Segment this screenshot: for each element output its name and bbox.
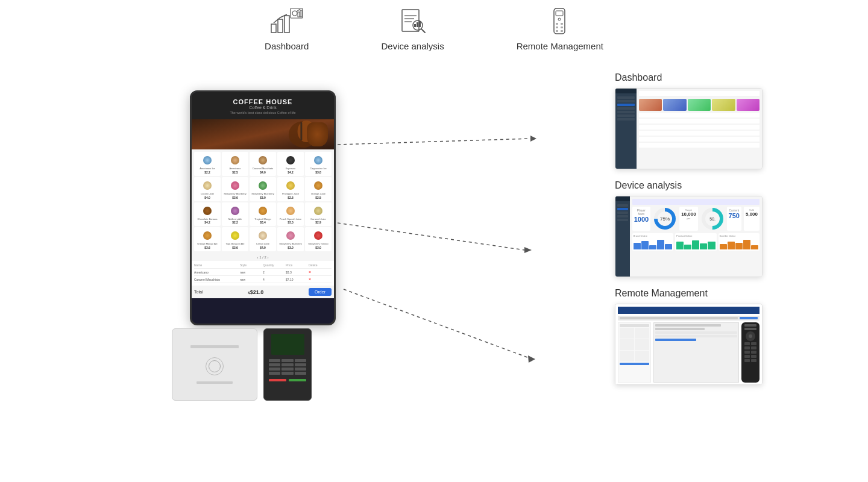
svg-rect-22 bbox=[556, 27, 558, 28]
remote-management-panel-title: Remote Management bbox=[615, 288, 772, 299]
menu-item[interactable]: Peach Squash Juice $3.5 bbox=[277, 202, 304, 227]
svg-rect-7 bbox=[300, 10, 302, 17]
order-table-header: NameStyleQuantityPriceDelete bbox=[194, 263, 332, 269]
nav-item-dashboard[interactable]: Dashboard bbox=[265, 6, 309, 51]
svg-line-34 bbox=[344, 289, 530, 358]
svg-rect-2 bbox=[285, 16, 289, 33]
svg-rect-1 bbox=[278, 19, 283, 33]
svg-line-5 bbox=[297, 9, 300, 11]
menu-item[interactable]: Caramel Juice $2.9 bbox=[305, 202, 332, 227]
menu-item[interactable]: Strawberry Tomato $3.0 bbox=[305, 227, 332, 251]
svg-text:75%: 75% bbox=[660, 216, 670, 222]
svg-point-28 bbox=[298, 120, 315, 142]
svg-rect-16 bbox=[419, 21, 421, 27]
svg-rect-18 bbox=[556, 11, 563, 16]
remote-management-screenshot bbox=[615, 304, 763, 385]
svg-line-13 bbox=[421, 29, 425, 33]
kiosk-device: COFFEE HOUSE Coffee & Drink The world's … bbox=[172, 90, 353, 325]
menu-item[interactable]: Orange Juice $2.5 bbox=[305, 177, 332, 201]
svg-rect-14 bbox=[414, 24, 416, 27]
svg-rect-24 bbox=[556, 30, 558, 32]
svg-rect-29 bbox=[300, 122, 302, 140]
menu-item[interactable]: Orange Mango Ale $3.6 bbox=[194, 227, 221, 251]
order-table: NameStyleQuantityPriceDelete Americanone… bbox=[192, 261, 334, 286]
svg-rect-21 bbox=[561, 23, 563, 25]
main-content: COFFEE HOUSE Coffee & Drink The world's … bbox=[0, 72, 868, 482]
svg-rect-20 bbox=[556, 23, 558, 25]
top-navigation: Dashboard Device analysis bbox=[0, 0, 868, 51]
total-label: Total bbox=[194, 290, 203, 294]
order-row[interactable]: Americanonew2$3.3 × bbox=[194, 269, 332, 276]
svg-line-32 bbox=[338, 223, 524, 250]
svg-point-4 bbox=[292, 11, 297, 16]
menu-item[interactable]: Americano $2.5 bbox=[222, 152, 248, 176]
menu-item[interactable]: Pineapple Juice $2.5 bbox=[277, 177, 304, 201]
svg-rect-0 bbox=[271, 24, 276, 33]
dashboard-panel: Dashboard bbox=[615, 72, 772, 169]
svg-marker-35 bbox=[528, 355, 535, 363]
dash-sidebar bbox=[615, 89, 637, 169]
menu-item[interactable]: Americano Ice $2.2 bbox=[194, 152, 221, 176]
order-footer: Total $$21.0 Order bbox=[192, 286, 334, 298]
menu-item[interactable]: Cappuccino Ice $3.8 bbox=[305, 152, 332, 176]
total-amount: $$21.0 bbox=[248, 289, 264, 295]
svg-marker-31 bbox=[530, 136, 536, 142]
svg-rect-6 bbox=[298, 12, 300, 17]
svg-rect-26 bbox=[192, 119, 334, 149]
dashboard-screenshot bbox=[615, 88, 763, 169]
svg-text:50.: 50. bbox=[709, 217, 715, 221]
order-button[interactable]: Order bbox=[309, 288, 332, 296]
menu-item[interactable]: Strawberry Blueberry $3.0 bbox=[277, 227, 304, 251]
svg-point-19 bbox=[558, 18, 561, 20]
menu-item[interactable]: Caramel Macchiato $4.0 bbox=[250, 152, 276, 176]
menu-item[interactable]: Strawberry Blueberry $3.6 bbox=[222, 177, 248, 201]
menu-item[interactable]: Yuja Blossom Ale $3.6 bbox=[222, 227, 248, 251]
device-analysis-icon bbox=[395, 6, 431, 36]
order-row[interactable]: Caramel Macchiatonew4$7.10 × bbox=[194, 276, 332, 283]
menu-grid: Americano Ice $2.2 Americano $2.5 Carame… bbox=[192, 149, 334, 254]
menu-item[interactable]: Chocolate Banana $4.2 bbox=[194, 202, 221, 227]
menu-item[interactable]: Tropical Mango $3.4 bbox=[250, 202, 276, 227]
nav-label-device-analysis: Device analysis bbox=[381, 41, 444, 51]
coffee-brand: COFFEE HOUSE bbox=[199, 98, 327, 105]
coffee-hero-image bbox=[192, 119, 334, 149]
nav-item-device-analysis[interactable]: Device analysis bbox=[381, 6, 444, 51]
dashboard-panel-title: Dashboard bbox=[615, 72, 772, 83]
nav-label-remote-management: Remote Management bbox=[517, 41, 603, 51]
menu-item[interactable]: Espresso $4.2 bbox=[277, 152, 304, 176]
kiosk-screen: COFFEE HOUSE Coffee & Drink The world's … bbox=[190, 90, 336, 325]
menu-item[interactable]: Cream Latte $4.0 bbox=[194, 177, 221, 201]
svg-rect-23 bbox=[561, 27, 563, 28]
coffee-header: COFFEE HOUSE Coffee & Drink The world's … bbox=[192, 92, 334, 119]
coffee-description: The world's best class delicious Coffee … bbox=[199, 111, 327, 114]
svg-marker-33 bbox=[524, 247, 532, 253]
nav-label-dashboard: Dashboard bbox=[265, 41, 309, 51]
coffee-subtitle: Coffee & Drink bbox=[199, 105, 327, 110]
menu-item[interactable]: Cream Latte $4.0 bbox=[250, 227, 276, 251]
menu-item[interactable]: Mulberry Ale $2.2 bbox=[222, 202, 248, 227]
right-panels: Dashboard bbox=[615, 72, 772, 385]
payment-terminal bbox=[263, 328, 312, 401]
dashboard-icon bbox=[269, 6, 305, 36]
nav-item-remote-management[interactable]: Remote Management bbox=[517, 6, 603, 51]
menu-item[interactable]: Strawberry Blueberry $3.0 bbox=[250, 177, 276, 201]
kiosk-base bbox=[172, 328, 353, 401]
remote-management-panel: Remote Management bbox=[615, 288, 772, 385]
device-analysis-panel: Device analysis bbox=[615, 180, 772, 277]
svg-rect-25 bbox=[561, 30, 563, 32]
svg-rect-15 bbox=[417, 22, 418, 27]
device-analysis-panel-title: Device analysis bbox=[615, 180, 772, 191]
device-analysis-screenshot: Player Num 1000 75% bbox=[615, 196, 763, 277]
pagination[interactable]: ‹ 1 / 2 › bbox=[192, 254, 334, 261]
kiosk-base-unit bbox=[172, 328, 257, 401]
remote-management-icon bbox=[542, 6, 578, 36]
svg-line-30 bbox=[338, 139, 530, 145]
